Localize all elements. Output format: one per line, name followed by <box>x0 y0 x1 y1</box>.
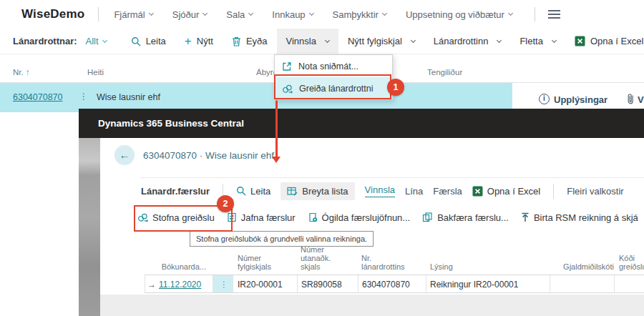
nav-menu-innkaup[interactable]: Innkaup <box>272 9 313 20</box>
column-header-document-no[interactable]: Númerfylgiskjals <box>238 254 271 271</box>
excel-icon <box>472 186 483 197</box>
modal-page-title: 6304070870 · Wise lausnir ehf <box>143 150 274 161</box>
active-row-arrow-icon: → <box>147 280 156 290</box>
grid-empty-area <box>100 295 644 316</box>
row-options-icon[interactable]: ⋮ <box>220 280 228 290</box>
app-brand[interactable]: WiseDemo <box>21 7 84 21</box>
modal-title-bar: Dynamics 365 Business Central <box>79 109 644 138</box>
sort-ascending-icon: ↑ <box>26 68 30 76</box>
chevron-down-icon <box>552 37 557 42</box>
column-header-description[interactable]: Lýsing <box>430 262 453 271</box>
reverse-entry-button[interactable]: Bakfæra færslu... <box>422 212 509 223</box>
annotation-box-step2 <box>134 205 233 232</box>
vendor-no-cell[interactable]: 6304070870 <box>362 280 410 290</box>
modal-entry-menu[interactable]: Færsla <box>433 186 462 197</box>
posting-date-link[interactable]: 11.12.2020 <box>159 280 201 290</box>
chevron-down-icon <box>508 11 513 16</box>
modal-toolbar: Lánardr.færslur Leita Breyta lista Vinns… <box>141 178 624 204</box>
edit-list-button[interactable]: Breyta lista <box>280 182 354 200</box>
column-header-payment-code[interactable]: Kóðigreiðslu <box>619 254 644 271</box>
hamburger-menu-icon[interactable] <box>548 8 565 21</box>
divider <box>553 184 554 199</box>
vendor-name-cell: Wise lausnir ehf <box>97 92 160 102</box>
divider <box>98 7 99 21</box>
external-doc-no-cell[interactable]: SR890058 <box>301 280 342 290</box>
app-window: WiseDemo Fjármál Sjóður Sala Innkaup Sam… <box>0 0 644 316</box>
list-caption: Lánardrottnar: <box>13 36 77 46</box>
modal-list-caption: Lánardr.færslur <box>141 186 210 197</box>
more-options-button[interactable]: Fleiri valkostir <box>567 186 623 197</box>
back-button[interactable]: ← <box>114 145 135 165</box>
modal-line-menu[interactable]: Lína <box>405 186 423 197</box>
top-navigation-bar: WiseDemo Fjármál Sjóður Sala Innkaup Sam… <box>0 0 644 29</box>
process-menu-button[interactable]: Vinnsla <box>277 29 338 54</box>
document-no-cell[interactable]: IR20-00001 <box>238 280 283 290</box>
show-rsm-invoice-button[interactable]: Birta RSM reikning á skjá <box>521 212 638 223</box>
tooltip: Stofna greiðslubók á grundvelli valinna … <box>190 231 374 247</box>
new-document-menu-button[interactable]: Nýtt fylgiskjal <box>338 29 424 54</box>
chevron-down-icon <box>149 11 154 16</box>
annotation-box-step1 <box>274 74 391 99</box>
navigate-menu-button[interactable]: Fletta <box>510 29 565 54</box>
excel-icon <box>575 36 585 46</box>
apply-entries-button[interactable]: Jafna færslur <box>227 212 296 223</box>
delete-button[interactable]: Eyða <box>223 29 277 54</box>
modal-left-backdrop <box>79 138 100 316</box>
paperclip-icon[interactable] <box>627 93 635 105</box>
divider <box>145 292 644 293</box>
column-header-external-doc-no[interactable]: Númerutanaðk.skjals <box>301 245 331 271</box>
modal-window-title: Dynamics 365 Business Central <box>98 109 244 138</box>
unapply-entries-button[interactable]: Ógilda færslujöfnun... <box>308 212 411 223</box>
modal-search-button[interactable]: Leita <box>236 186 270 197</box>
show-on-screen-icon <box>521 212 530 222</box>
plus-icon: + <box>185 35 192 47</box>
vendor-menu-button[interactable]: Lánardrottinn <box>424 29 511 54</box>
unapply-icon <box>308 212 318 222</box>
vendor-table-row[interactable]: 6304070870 ⋮ Wise lausnir ehf <box>0 83 512 112</box>
column-header-name[interactable]: Heiti <box>87 68 104 76</box>
annotation-step1-badge: 1 <box>387 79 404 96</box>
nav-menu-uppsetning[interactable]: Uppsetning og viðbætur <box>406 9 512 20</box>
divider <box>535 7 535 21</box>
back-arrow-icon: ← <box>119 149 130 161</box>
search-button[interactable]: Leita <box>122 29 175 54</box>
nav-menu-samthykktir[interactable]: Samþykktir <box>333 9 386 20</box>
chevron-down-icon <box>102 37 107 42</box>
factbox-details-tab[interactable]: Upplýsingar <box>554 94 608 105</box>
column-header-vendor-no[interactable]: Nr.lánardrottins <box>361 254 405 271</box>
chevron-down-icon <box>203 11 208 16</box>
column-header-currency-code[interactable]: Gjaldmiðilskóti <box>553 262 614 271</box>
chevron-down-icon <box>382 11 387 16</box>
modal-process-menu[interactable]: Vinnsla <box>365 184 395 197</box>
factbox-attachments-tab[interactable]: V <box>638 94 644 105</box>
filter-dropdown[interactable]: Allt <box>86 36 107 46</box>
column-header-no[interactable]: Nr. ↑ <box>13 68 30 76</box>
chevron-down-icon <box>497 37 502 42</box>
search-icon <box>236 186 246 196</box>
chevron-down-icon <box>325 37 330 42</box>
annotation-step2-badge: 2 <box>217 195 234 212</box>
reverse-entry-icon <box>422 212 433 222</box>
nav-menu-fjarmal[interactable]: Fjármál <box>114 9 152 20</box>
nav-menu-sjodur[interactable]: Sjóður <box>172 9 208 20</box>
edit-list-icon <box>287 187 298 196</box>
nav-menu-sala[interactable]: Sala <box>226 9 253 20</box>
row-options-icon[interactable]: ⋮ <box>79 92 88 102</box>
vendor-no-link[interactable]: 6304070870 <box>13 92 63 102</box>
annotation-arrow-line <box>275 100 278 157</box>
new-button[interactable]: + Nýtt <box>175 29 223 54</box>
chevron-down-icon <box>411 37 416 42</box>
annotation-arrowhead-icon <box>272 157 280 163</box>
trash-icon <box>232 36 241 46</box>
chevron-down-icon <box>248 11 253 16</box>
modal-open-in-excel-button[interactable]: Opna í Excel <box>472 186 540 197</box>
open-in-excel-button[interactable]: Opna í Excel <box>565 29 644 54</box>
list-action-bar: Lánardrottnar: Allt Leita + Nýtt Eyða Vi… <box>0 29 644 54</box>
column-header-posting-date[interactable]: Bókunarda... <box>159 262 206 271</box>
description-cell[interactable]: Reikningur IR20-00001 <box>430 280 518 290</box>
search-icon <box>131 36 141 46</box>
template-icon <box>282 61 292 71</box>
column-header-contact[interactable]: Tengiliður <box>427 68 462 76</box>
main-menu: Fjármál Sjóður Sala Innkaup Samþykktir U… <box>114 9 512 20</box>
info-icon: i <box>539 94 550 104</box>
